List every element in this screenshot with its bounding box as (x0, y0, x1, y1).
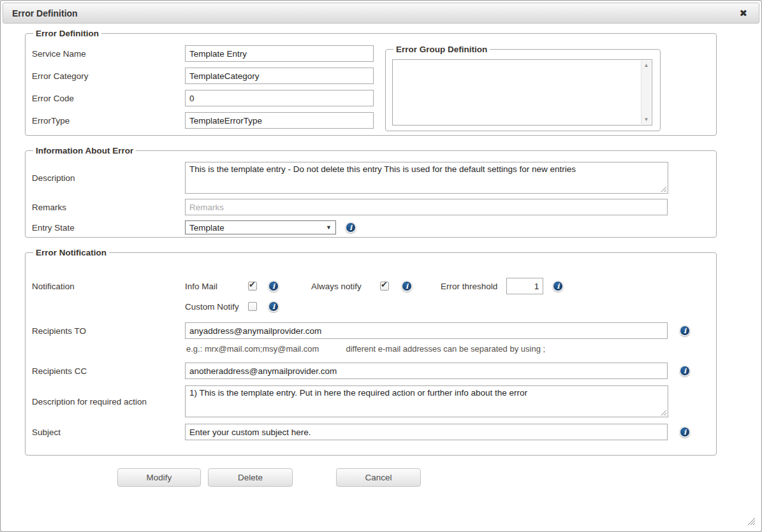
recipients-cc-info-icon[interactable]: i (679, 365, 691, 377)
recipients-cc-input[interactable] (185, 363, 668, 379)
recipients-to-row: Recipients TO i (32, 322, 710, 339)
checkmark-icon: ✔ (249, 280, 256, 289)
required-action-textarea[interactable]: 1) This is the template entry. Put in he… (185, 385, 668, 417)
chevron-down-icon: ▼ (326, 224, 332, 231)
section-error-group-definition: Error Group Definition ▲ ▼ (385, 45, 661, 131)
subject-label: Subject (32, 428, 185, 437)
custom-notify-info-icon[interactable]: i (268, 301, 279, 312)
info-mail-checkbox[interactable]: ✔ (248, 282, 257, 291)
scroll-up-icon[interactable]: ▲ (641, 61, 651, 70)
section-error-notification-legend: Error Notification (33, 248, 109, 257)
recipients-to-hint-text: different e-mail addresses can be separa… (346, 344, 545, 354)
error-threshold-label: Error threshold (441, 282, 497, 291)
always-notify-label: Always notify (311, 282, 380, 291)
delete-button[interactable]: Delete (208, 468, 293, 487)
always-notify-info-icon[interactable]: i (401, 280, 413, 292)
button-row: Modify Delete Cancel (117, 468, 759, 487)
recipients-cc-row: Recipients CC i (32, 363, 710, 379)
recipients-to-label: Recipients TO (32, 326, 185, 336)
error-definition-dialog: Error Definition ✖ Error Definition Serv… (0, 0, 762, 532)
custom-notify-row: Custom Notify i (32, 301, 710, 312)
required-action-row: Description for required action 1) This … (32, 385, 710, 417)
subject-input[interactable] (185, 424, 668, 440)
error-threshold-info-icon[interactable]: i (552, 280, 564, 292)
recipients-to-input[interactable] (185, 322, 668, 339)
always-notify-checkbox[interactable]: ✔ (380, 282, 389, 291)
entry-state-selected-value: Template (189, 223, 326, 233)
remarks-input[interactable] (185, 199, 668, 215)
remarks-label: Remarks (32, 203, 185, 212)
dialog-resize-grip-icon[interactable] (747, 517, 756, 526)
dialog-content: Error Definition Service Name Error Cate… (3, 24, 759, 487)
section-error-notification: Error Notification Notification Info Mai… (25, 248, 717, 456)
error-category-label: Error Category (32, 71, 185, 81)
error-type-label: ErrorType (32, 116, 185, 126)
error-code-input[interactable] (185, 90, 374, 106)
error-code-label: Error Code (32, 94, 185, 103)
subject-info-icon[interactable]: i (679, 426, 691, 438)
section-error-definition-legend: Error Definition (33, 29, 101, 38)
info-mail-info-icon[interactable]: i (268, 280, 279, 292)
recipients-to-hint: e.g.: mrx@mail.com;msy@mail.comdifferent… (186, 344, 710, 354)
entry-state-info-icon[interactable]: i (345, 222, 356, 233)
recipients-to-hint-example: e.g.: mrx@mail.com;msy@mail.com (186, 344, 319, 354)
error-category-input[interactable] (185, 68, 374, 84)
section-error-group-definition-legend: Error Group Definition (393, 45, 490, 54)
section-information-about-error: Information About Error Description This… (25, 146, 717, 238)
notification-label: Notification (32, 282, 185, 291)
dialog-title: Error Definition (12, 8, 78, 18)
notification-row: Notification Info Mail ✔ i Always notify… (32, 278, 710, 294)
cancel-button[interactable]: Cancel (336, 468, 421, 487)
entry-state-select[interactable]: Template ▼ (185, 220, 336, 234)
entry-state-row: Entry State Template ▼ i (32, 220, 710, 234)
dialog-titlebar[interactable]: Error Definition ✖ (3, 3, 759, 24)
error-type-input[interactable] (185, 112, 374, 129)
error-group-listbox[interactable]: ▲ ▼ (392, 59, 652, 126)
required-action-label: Description for required action (32, 397, 185, 406)
subject-row: Subject i (32, 424, 710, 440)
recipients-to-info-icon[interactable]: i (679, 325, 691, 336)
scroll-down-icon[interactable]: ▼ (641, 115, 651, 124)
close-icon[interactable]: ✖ (736, 7, 750, 19)
remarks-row: Remarks (32, 199, 710, 215)
modify-button[interactable]: Modify (117, 468, 201, 487)
checkmark-icon: ✔ (381, 280, 388, 289)
custom-notify-label: Custom Notify (185, 302, 248, 312)
error-threshold-input[interactable] (506, 278, 543, 294)
description-row: Description This is the template entry -… (32, 162, 710, 194)
description-textarea[interactable]: This is the template entry - Do not dele… (185, 162, 668, 194)
resize-grip-icon[interactable] (661, 410, 667, 416)
service-name-label: Service Name (32, 49, 185, 59)
section-information-about-error-legend: Information About Error (33, 146, 136, 155)
recipients-cc-label: Recipients CC (32, 366, 185, 376)
custom-notify-checkbox[interactable] (248, 302, 257, 311)
service-name-input[interactable] (185, 45, 374, 62)
description-label: Description (32, 173, 185, 183)
entry-state-label: Entry State (32, 223, 185, 233)
listbox-scrollbar[interactable]: ▲ ▼ (641, 61, 651, 124)
resize-grip-icon[interactable] (661, 186, 667, 192)
info-mail-label: Info Mail (185, 282, 248, 291)
section-error-definition: Error Definition Service Name Error Cate… (25, 29, 717, 136)
